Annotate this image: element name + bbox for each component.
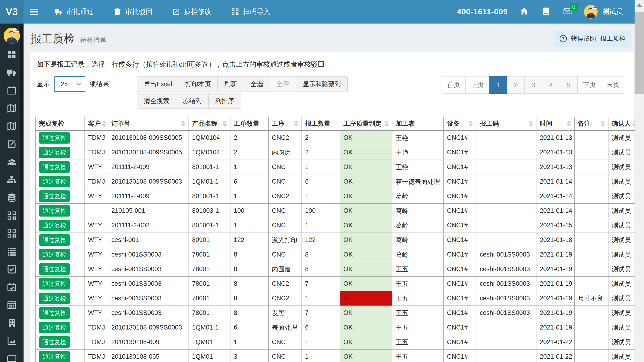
pass-recheck-button[interactable]: 通过复检 [39, 264, 70, 275]
cell-judge: OK [340, 320, 392, 335]
pass-recheck-button[interactable]: 通过复检 [39, 147, 70, 158]
cell-worker: 王五 [392, 291, 444, 306]
pass-recheck-button[interactable]: 通过复检 [39, 336, 70, 348]
help-button[interactable]: ? 获得帮助--报工质检 [554, 30, 631, 46]
column-header-judge[interactable]: 工序质量判定 [340, 117, 392, 131]
sidebar-item-window-17[interactable] [0, 350, 24, 362]
navbar-home-button[interactable] [520, 7, 528, 16]
column-header-device[interactable]: 设备 [444, 117, 476, 131]
column-header-product[interactable]: 产品名称 [189, 117, 230, 131]
column-header-remark[interactable]: 备注 [574, 117, 608, 131]
cell-product: 1QM0104 [189, 145, 230, 160]
pass-recheck-button[interactable]: 通过复检 [39, 176, 70, 187]
column-header-recheck: 完成复检 [36, 117, 85, 131]
table-row[interactable]: 通过复检WTY201111-2-009801001-11CNC21OK葛岭CNC… [36, 189, 636, 204]
scroll-up-arrow-icon[interactable] [636, 3, 642, 7]
nav-item-approve-pass[interactable]: 审批通过 [45, 0, 104, 24]
table-row[interactable]: 通过复检TDMJ2010130108-009SS00051QM01042内圆磨2… [36, 145, 636, 160]
cell-judge: OK [340, 174, 392, 189]
clear-search-button[interactable]: 清空搜索 [137, 93, 176, 109]
table-row[interactable]: 通过复检TDMJ2010130108-0651QM013CNC1OK王五CNC1… [36, 350, 636, 362]
username-label[interactable]: 测试员 [602, 7, 623, 16]
export-excel-button[interactable]: 导出Excel [137, 76, 179, 92]
table-row[interactable]: 通过复检TDMJ2010130108-009SS00051QM01042CNC2… [36, 131, 636, 145]
pagination-last-page[interactable]: 末页 [601, 76, 625, 94]
pass-recheck-button[interactable]: 通过复检 [39, 292, 70, 304]
navbar-envelope-button[interactable]: 0 [563, 7, 572, 16]
cell-worker: 葛岭 [392, 247, 444, 262]
table-row[interactable]: 通过复检-210105-001801003-1100CNC100OK葛岭CNC1… [36, 204, 636, 218]
table-row[interactable]: 通过复检WTY201111-2-002801001-11CNC1OK葛岭CNC1… [36, 218, 636, 233]
column-header-time[interactable]: 时间 [536, 117, 574, 131]
pagination-page-4[interactable]: 4 [542, 76, 560, 94]
table-row[interactable]: 通过复检WTYceshi-001SS0003780018发黑7OK王五CNC1#… [36, 306, 636, 320]
sidebar-item-check-square-12[interactable] [0, 260, 24, 278]
pass-recheck-button[interactable]: 通过复检 [39, 278, 70, 290]
column-header-report_code[interactable]: 报工码 [476, 117, 536, 131]
table-row[interactable]: 通过复检WTYceshi-001SS0003780018CNC8OK葛岭CNC1… [36, 247, 636, 262]
nav-item-qc-modify[interactable]: 质检修改 [162, 0, 221, 24]
table-row[interactable]: 通过复检WTY201111-2-009801001-11CNC1OK王艳CNC1… [36, 160, 636, 174]
toggle-columns-button[interactable]: 显示和隐藏列 [296, 76, 348, 92]
cell-confirmer: 测试员 [608, 218, 636, 233]
sidebar-toggle-button[interactable] [24, 0, 45, 24]
pass-recheck-button[interactable]: 通过复检 [39, 234, 70, 246]
pass-recheck-button[interactable]: 通过复检 [39, 351, 70, 362]
pass-recheck-button[interactable]: 通过复检 [39, 220, 70, 231]
pass-recheck-button[interactable]: 通过复检 [39, 161, 70, 173]
pagination-page-5[interactable]: 5 [560, 76, 578, 94]
pagination-prev-page[interactable]: 上页 [465, 76, 489, 94]
pass-recheck-button[interactable]: 通过复检 [39, 190, 70, 202]
cell-confirmer: 测试员 [608, 247, 636, 262]
freeze-column-button[interactable]: 冻结列 [176, 93, 208, 109]
table-row[interactable]: 通过复检WTYceshi-001SS0003780018CNC27OK王五CNC… [36, 276, 636, 291]
select-none-button[interactable]: 全否 [270, 76, 296, 92]
refresh-button[interactable]: 刷新 [218, 76, 244, 92]
pass-recheck-button[interactable]: 通过复检 [39, 205, 70, 216]
column-header-customer[interactable]: 客户 [85, 117, 108, 131]
table-row[interactable]: 通过复检TDMJ2010130108-0091QM011CNC1OK王五CNC1… [36, 335, 636, 350]
cell-process: CNC [268, 174, 302, 189]
column-header-process[interactable]: 工序 [268, 117, 302, 131]
table-row[interactable]: 通过复检TDMJ2010130108-009SS00031QM01-16CNC6… [36, 174, 636, 189]
table-row[interactable]: 通过复检TDMJ2010130108-009SS00031QM01-16表面处理… [36, 320, 636, 335]
cell-confirmer: 测试员 [608, 174, 636, 189]
sidebar-user-avatar[interactable] [3, 27, 20, 44]
pagination-page-3[interactable]: 3 [524, 76, 542, 94]
support-phone: 400-1611-009 [457, 7, 508, 16]
cell-customer: WTY [85, 306, 108, 320]
pagination-page-1[interactable]: 1 [489, 76, 507, 94]
cell-order_no: 2010130108-009SS0003 [108, 320, 189, 335]
pass-recheck-button[interactable]: 通过复检 [39, 132, 70, 144]
select-all-button[interactable]: 全选 [244, 76, 270, 92]
table-row[interactable]: 通过复检WTYceshi-001SS0003780018内圆磨8OK王五CNC1… [36, 262, 636, 276]
table-row[interactable]: 通过复检WTYceshi-00180901122激光打印122OK葛岭CNC1#… [36, 233, 636, 247]
page-size-select[interactable]: 25 [54, 76, 85, 92]
print-page-button[interactable]: 打印本页 [179, 76, 218, 92]
column-header-order_no[interactable]: 订单号 [108, 117, 189, 131]
sidebar-item-building-15[interactable] [0, 314, 24, 332]
sidebar-item-calendar-check-13[interactable] [0, 278, 24, 296]
column-header-confirmer[interactable]: 确认人 [608, 117, 636, 131]
pagination-next-page[interactable]: 下页 [578, 76, 602, 94]
pagination-page-2[interactable]: 2 [507, 76, 525, 94]
column-order-button[interactable]: 列排序 [208, 93, 241, 109]
sidebar-item-calendar-grid-14[interactable] [0, 296, 24, 314]
nav-item-approve-reject[interactable]: 审批驳回 [104, 0, 162, 24]
cell-order_no: 2010130108-065 [108, 350, 189, 362]
cell-order_no: ceshi-001SS0003 [108, 291, 189, 306]
scrollbar-thumb[interactable] [634, 12, 644, 94]
table-row[interactable]: 通过复检WTYceshi-001SS0003780018CNC21NG王五CNC… [36, 291, 636, 306]
sidebar-item-list-11[interactable] [0, 242, 24, 260]
pass-recheck-button[interactable]: 通过复检 [39, 249, 70, 260]
cell-judge: OK [340, 131, 392, 145]
sidebar-item-chart-area-16[interactable] [0, 332, 24, 350]
nav-item-scan-import[interactable]: 扫码导入 [221, 0, 280, 24]
cell-wo_qty: 1 [230, 160, 268, 174]
sidebar-scrollbar-thumb[interactable] [20, 24, 23, 240]
navbar-book-button[interactable] [542, 7, 550, 16]
pass-recheck-button[interactable]: 通过复检 [39, 322, 70, 333]
pass-recheck-button[interactable]: 通过复检 [39, 307, 70, 319]
user-avatar[interactable] [584, 5, 598, 18]
pagination-first-page[interactable]: 首页 [442, 76, 466, 94]
